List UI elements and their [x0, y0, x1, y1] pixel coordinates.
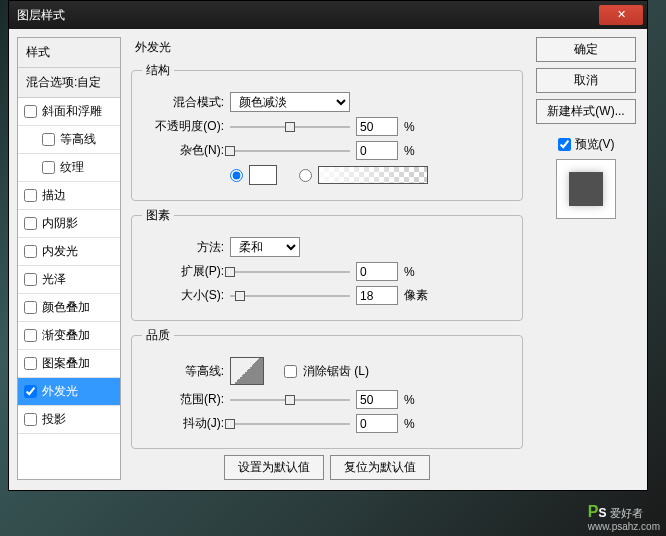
new-style-button[interactable]: 新建样式(W)... — [536, 99, 636, 124]
sidebar-label-2: 纹理 — [60, 159, 84, 176]
dialog-content: 样式 混合选项:自定 斜面和浮雕等高线纹理描边内阴影内发光光泽颜色叠加渐变叠加图… — [9, 29, 647, 490]
preview-checkbox[interactable] — [558, 138, 571, 151]
sidebar-item-5[interactable]: 内发光 — [18, 238, 120, 266]
antialias-label: 消除锯齿 (L) — [303, 363, 369, 380]
sidebar-item-10[interactable]: 外发光 — [18, 378, 120, 406]
sidebar-checkbox-6[interactable] — [24, 273, 37, 286]
sidebar-label-4: 内阴影 — [42, 215, 78, 232]
outer-glow-panel: 外发光 结构 混合模式: 颜色减淡 不透明度(O): % 杂色(N): — [129, 37, 525, 480]
ok-button[interactable]: 确定 — [536, 37, 636, 62]
glow-gradient-radio[interactable] — [299, 169, 312, 182]
noise-slider[interactable] — [230, 142, 350, 160]
sidebar-item-4[interactable]: 内阴影 — [18, 210, 120, 238]
watermark: PS 爱好者 www.psahz.com — [588, 503, 660, 532]
jitter-input[interactable] — [356, 414, 398, 433]
sidebar-label-6: 光泽 — [42, 271, 66, 288]
blend-mode-label: 混合模式: — [142, 94, 224, 111]
panel-title: 外发光 — [129, 37, 525, 62]
sidebar-checkbox-7[interactable] — [24, 301, 37, 314]
sidebar-checkbox-5[interactable] — [24, 245, 37, 258]
sidebar-item-8[interactable]: 渐变叠加 — [18, 322, 120, 350]
dialog-buttons: 确定 取消 新建样式(W)... 预览(V) — [533, 37, 639, 480]
opacity-slider[interactable] — [230, 118, 350, 136]
sidebar-item-0[interactable]: 斜面和浮雕 — [18, 98, 120, 126]
jitter-slider[interactable] — [230, 415, 350, 433]
preview-swatch — [556, 159, 616, 219]
range-slider[interactable] — [230, 391, 350, 409]
layer-style-dialog: 图层样式 ✕ 样式 混合选项:自定 斜面和浮雕等高线纹理描边内阴影内发光光泽颜色… — [8, 0, 648, 491]
sidebar-blend-options[interactable]: 混合选项:自定 — [18, 68, 120, 98]
sidebar-label-7: 颜色叠加 — [42, 299, 90, 316]
size-label: 大小(S): — [142, 287, 224, 304]
opacity-label: 不透明度(O): — [142, 118, 224, 135]
spread-label: 扩展(P): — [142, 263, 224, 280]
antialias-checkbox[interactable] — [284, 365, 297, 378]
range-input[interactable] — [356, 390, 398, 409]
range-unit: % — [404, 393, 415, 407]
watermark-logo: PS — [588, 503, 607, 521]
sidebar-label-11: 投影 — [42, 411, 66, 428]
opacity-unit: % — [404, 120, 415, 134]
make-default-button[interactable]: 设置为默认值 — [224, 455, 324, 480]
noise-input[interactable] — [356, 141, 398, 160]
spread-unit: % — [404, 265, 415, 279]
preview-inner — [569, 172, 603, 206]
sidebar-checkbox-9[interactable] — [24, 357, 37, 370]
watermark-text: 爱好者 — [610, 507, 643, 519]
elements-group: 图素 方法: 柔和 扩展(P): % 大小(S): 像 — [131, 207, 523, 321]
sidebar-label-1: 等高线 — [60, 131, 96, 148]
glow-solid-radio[interactable] — [230, 169, 243, 182]
spread-slider[interactable] — [230, 263, 350, 281]
sidebar-label-9: 图案叠加 — [42, 355, 90, 372]
sidebar-item-9[interactable]: 图案叠加 — [18, 350, 120, 378]
sidebar-checkbox-10[interactable] — [24, 385, 37, 398]
sidebar-item-2[interactable]: 纹理 — [18, 154, 120, 182]
quality-group: 品质 等高线: 消除锯齿 (L) 范围(R): % 抖动(J): — [131, 327, 523, 449]
sidebar-item-1[interactable]: 等高线 — [18, 126, 120, 154]
window-title: 图层样式 — [17, 7, 599, 24]
sidebar-item-7[interactable]: 颜色叠加 — [18, 294, 120, 322]
contour-label: 等高线: — [142, 363, 224, 380]
sidebar-checkbox-11[interactable] — [24, 413, 37, 426]
watermark-url: www.psahz.com — [588, 521, 660, 532]
sidebar-item-6[interactable]: 光泽 — [18, 266, 120, 294]
reset-default-button[interactable]: 复位为默认值 — [330, 455, 430, 480]
glow-gradient-picker[interactable] — [318, 166, 428, 184]
opacity-input[interactable] — [356, 117, 398, 136]
sidebar-label-8: 渐变叠加 — [42, 327, 90, 344]
sidebar-heading[interactable]: 样式 — [18, 38, 120, 68]
sidebar-checkbox-1[interactable] — [42, 133, 55, 146]
styles-sidebar: 样式 混合选项:自定 斜面和浮雕等高线纹理描边内阴影内发光光泽颜色叠加渐变叠加图… — [17, 37, 121, 480]
sidebar-label-5: 内发光 — [42, 243, 78, 260]
range-label: 范围(R): — [142, 391, 224, 408]
sidebar-checkbox-4[interactable] — [24, 217, 37, 230]
jitter-label: 抖动(J): — [142, 415, 224, 432]
size-input[interactable] — [356, 286, 398, 305]
technique-label: 方法: — [142, 239, 224, 256]
sidebar-item-3[interactable]: 描边 — [18, 182, 120, 210]
sidebar-item-11[interactable]: 投影 — [18, 406, 120, 434]
sidebar-checkbox-8[interactable] — [24, 329, 37, 342]
preview-label: 预览(V) — [575, 136, 615, 153]
size-slider[interactable] — [230, 287, 350, 305]
titlebar[interactable]: 图层样式 ✕ — [9, 1, 647, 29]
cancel-button[interactable]: 取消 — [536, 68, 636, 93]
structure-legend: 结构 — [142, 62, 174, 79]
noise-label: 杂色(N): — [142, 142, 224, 159]
glow-color-swatch[interactable] — [249, 165, 277, 185]
blend-mode-select[interactable]: 颜色减淡 — [230, 92, 350, 112]
sidebar-checkbox-3[interactable] — [24, 189, 37, 202]
sidebar-label-10: 外发光 — [42, 383, 78, 400]
size-unit: 像素 — [404, 287, 428, 304]
elements-legend: 图素 — [142, 207, 174, 224]
close-button[interactable]: ✕ — [599, 5, 643, 25]
sidebar-label-0: 斜面和浮雕 — [42, 103, 102, 120]
noise-unit: % — [404, 144, 415, 158]
sidebar-label-3: 描边 — [42, 187, 66, 204]
sidebar-checkbox-0[interactable] — [24, 105, 37, 118]
quality-legend: 品质 — [142, 327, 174, 344]
sidebar-checkbox-2[interactable] — [42, 161, 55, 174]
technique-select[interactable]: 柔和 — [230, 237, 300, 257]
contour-picker[interactable] — [230, 357, 264, 385]
spread-input[interactable] — [356, 262, 398, 281]
